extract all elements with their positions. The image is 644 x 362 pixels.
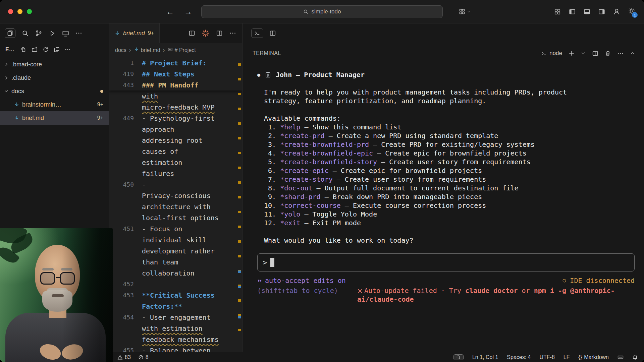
code-line[interactable]: collaboration — [109, 267, 242, 279]
code-line[interactable]: 454- User engagement — [109, 312, 242, 323]
account-icon[interactable] — [613, 8, 620, 15]
open-preview-icon[interactable] — [189, 30, 195, 37]
code-line[interactable]: estimation — [109, 157, 242, 168]
keyboard-icon[interactable] — [618, 354, 624, 360]
code-line[interactable]: than team — [109, 256, 242, 267]
run-debug-icon[interactable] — [49, 30, 56, 37]
notifications-bell-icon[interactable] — [632, 354, 638, 360]
code-line[interactable]: approach — [109, 124, 242, 135]
error-icon — [138, 355, 144, 360]
breadcrumb: docs›brief.md›# Project — [109, 43, 242, 57]
claude-icon[interactable] — [202, 29, 209, 37]
clipboard-icon — [265, 71, 271, 78]
toggle-sidebar-icon[interactable] — [569, 8, 576, 15]
settings-gear[interactable]: 1 — [628, 7, 635, 16]
command-item: 6. *create-epic — Create epic for brownf… — [264, 166, 635, 175]
code-line[interactable]: 443### PM Handoff — [109, 79, 242, 90]
indentation-indicator[interactable]: Spaces: 4 — [507, 354, 531, 360]
breadcrumb-item[interactable]: # Project — [168, 47, 196, 53]
code-line[interactable]: 419## Next Steps — [109, 68, 242, 79]
remote-explorer-icon[interactable] — [62, 30, 69, 37]
command-center-search[interactable]: simple-todo — [201, 5, 443, 18]
tree-item-claude[interactable]: .claude — [0, 71, 109, 84]
code-line[interactable]: Privacy-conscious — [109, 190, 242, 201]
breadcrumb-separator: › — [129, 47, 131, 54]
prompt-input[interactable]: > — [257, 253, 635, 272]
terminal-instance[interactable]: node — [541, 50, 562, 57]
new-folder-icon[interactable] — [32, 47, 38, 53]
fullscreen-window-button[interactable] — [27, 9, 32, 14]
window-controls — [0, 9, 32, 14]
command-item: 5. *create-brownfield-story — Create use… — [264, 158, 635, 166]
code-line[interactable]: 455- Balance between — [109, 345, 242, 352]
split-terminal-icon[interactable] — [592, 50, 598, 57]
overview-ruler[interactable] — [238, 57, 241, 352]
tree-item-brainstormin[interactable]: brainstormin…9+ — [0, 98, 109, 111]
command-item: 12. *exit — Exit PM mode — [264, 219, 635, 227]
code-line[interactable]: local-first options — [109, 212, 242, 223]
source-control-icon[interactable] — [35, 30, 42, 37]
tree-item-docs[interactable]: docs — [0, 84, 109, 98]
terminal-profile-chevron-icon[interactable] — [581, 51, 586, 56]
code-line[interactable]: micro-feedback MVP — [109, 102, 242, 113]
code-line[interactable]: individual skill — [109, 234, 242, 245]
code-line[interactable]: 449- Psychology-first — [109, 113, 242, 124]
text-cursor — [270, 258, 274, 267]
panel-split-icon[interactable] — [269, 30, 276, 37]
forward-button[interactable]: → — [184, 7, 192, 16]
cursor-position[interactable]: Ln 1, Col 1 — [472, 354, 498, 360]
code-line[interactable]: feedback mechanisms — [109, 334, 242, 345]
terminal-output[interactable]: ● John — Product Manager I'm ready to he… — [243, 64, 644, 352]
terminal-header: TERMINAL node — [243, 43, 644, 64]
code-line[interactable]: 452 — [109, 279, 242, 290]
tree-item-bmad-core[interactable]: .bmad-core — [0, 58, 109, 71]
collapse-folders-icon[interactable] — [54, 47, 60, 53]
back-button[interactable]: ← — [166, 7, 174, 16]
chevron-down-icon — [467, 10, 471, 14]
language-mode[interactable]: {} Markdown — [579, 354, 609, 360]
errors-indicator[interactable]: 8 — [138, 354, 149, 360]
code-line[interactable]: development rather — [109, 245, 242, 256]
new-terminal-icon[interactable] — [569, 50, 575, 56]
code-line[interactable]: failures — [109, 168, 242, 179]
maximize-panel-icon[interactable] — [630, 51, 635, 56]
command-item: 3. *create-brownfield-prd — Create PRD f… — [264, 140, 635, 149]
code-line[interactable]: causes of — [109, 146, 242, 157]
editor-more-icon[interactable] — [229, 30, 236, 37]
code-line[interactable]: addressing root — [109, 135, 242, 146]
code-line[interactable]: with estimation — [109, 323, 242, 334]
encoding-indicator[interactable]: UTF-8 — [540, 354, 555, 360]
kill-terminal-icon[interactable] — [605, 50, 611, 56]
warnings-indicator[interactable]: 83 — [117, 354, 131, 360]
explorer-more-icon[interactable] — [65, 47, 71, 53]
tab-brief-md[interactable]: brief.md 9+ — [109, 23, 160, 43]
code-line[interactable]: architecture with — [109, 201, 242, 212]
eol-indicator[interactable]: LF — [564, 354, 570, 360]
terminal-more-icon[interactable] — [617, 50, 624, 57]
split-editor-icon[interactable] — [216, 30, 223, 37]
zoom-indicator[interactable] — [453, 354, 464, 360]
code-line[interactable]: 450- — [109, 179, 242, 190]
code-line[interactable]: 451- Focus on — [109, 223, 242, 234]
minimize-window-button[interactable] — [17, 9, 22, 14]
new-file-icon[interactable] — [20, 47, 26, 53]
explorer-view-button[interactable] — [5, 28, 15, 38]
close-window-button[interactable] — [8, 9, 13, 14]
toggle-panel-icon[interactable] — [584, 8, 590, 15]
terminal-tab[interactable] — [251, 28, 263, 38]
code-line[interactable]: 453**Critical Success — [109, 290, 242, 301]
editor[interactable]: 1# Project Brief:419## Next Steps443### … — [109, 57, 242, 352]
code-line[interactable]: Factors:** — [109, 301, 242, 312]
tree-item-brief-md[interactable]: brief.md9+ — [0, 111, 109, 125]
toggle-secondary-sidebar-icon[interactable] — [598, 8, 605, 15]
code-line[interactable]: with — [109, 90, 242, 102]
more-views-icon[interactable] — [75, 30, 82, 37]
bullet-icon: ● — [257, 70, 260, 79]
breadcrumb-item[interactable]: brief.md — [134, 47, 160, 53]
search-view-icon[interactable] — [22, 30, 29, 37]
code-line[interactable]: 1# Project Brief: — [109, 57, 242, 68]
breadcrumb-item[interactable]: docs — [115, 47, 126, 53]
refresh-explorer-icon[interactable] — [43, 47, 49, 53]
copilot-menu[interactable] — [459, 8, 471, 15]
customize-layout-icon[interactable] — [554, 8, 561, 15]
